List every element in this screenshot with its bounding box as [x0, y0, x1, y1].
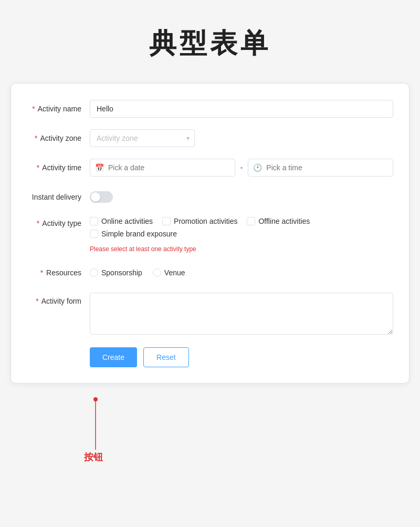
- activity-zone-control: Activity zone Zone 1 Zone 2 ▾: [90, 129, 393, 147]
- date-input[interactable]: [90, 159, 235, 177]
- datetime-row: 📅 - 🕐: [90, 159, 393, 177]
- radio-sponsorship-circle: [90, 268, 98, 277]
- activity-zone-select-wrapper: Activity zone Zone 1 Zone 2 ▾: [90, 129, 195, 147]
- checkbox-promotion-box: [162, 217, 171, 225]
- svg-point-9: [93, 397, 98, 401]
- radio-venue-circle: [153, 268, 161, 277]
- time-input-wrapper: 🕐: [248, 159, 393, 177]
- radio-sponsorship-label: Sponsorship: [101, 268, 142, 277]
- radio-group: Sponsorship Venue: [90, 268, 393, 277]
- activity-type-control: Online activities Promotion activities O…: [90, 217, 393, 253]
- activity-time-label: * Activity time: [27, 163, 90, 172]
- checkbox-brand-box: [90, 230, 98, 238]
- resources-row: * Resources Sponsorship Venue: [27, 263, 393, 282]
- reset-button[interactable]: Reset: [143, 347, 189, 367]
- required-star4: *: [37, 219, 39, 228]
- activity-type-row1: Online activities Promotion activities O…: [90, 217, 393, 225]
- instant-delivery-toggle[interactable]: [90, 191, 113, 203]
- activity-zone-select[interactable]: Activity zone Zone 1 Zone 2: [90, 129, 195, 147]
- activity-type-label: * Activity type: [27, 217, 90, 228]
- validation-message: Please select at least one activity type: [90, 245, 393, 253]
- date-time-separator: -: [240, 163, 243, 172]
- activity-name-row: * Activity name: [27, 99, 393, 118]
- activity-time-row: * Activity time 📅 - 🕐: [27, 158, 393, 177]
- activity-form-control: [90, 293, 393, 337]
- activity-name-control: [90, 100, 393, 118]
- resources-control: Sponsorship Venue: [90, 268, 393, 277]
- create-button[interactable]: Create: [90, 347, 137, 367]
- checkbox-promotion[interactable]: Promotion activities: [162, 217, 237, 225]
- checkbox-online-label: Online activities: [101, 217, 153, 225]
- activity-time-control: 📅 - 🕐: [90, 159, 393, 177]
- checkbox-promotion-label: Promotion activities: [174, 217, 237, 225]
- radio-venue[interactable]: Venue: [153, 268, 185, 277]
- required-star: *: [32, 105, 35, 113]
- checkbox-brand[interactable]: Simple brand exposure: [90, 230, 393, 238]
- clock-icon: 🕐: [253, 163, 262, 172]
- time-input[interactable]: [248, 159, 393, 177]
- activity-type-row2: Simple brand exposure: [90, 230, 393, 238]
- toggle-knob: [91, 192, 100, 202]
- required-star3: *: [37, 163, 39, 172]
- activity-type-row: * Activity type Online activities Promot…: [27, 217, 393, 253]
- date-input-wrapper: 📅: [90, 159, 235, 177]
- checkbox-online-box: [90, 217, 98, 225]
- activity-form-textarea[interactable]: [90, 293, 393, 335]
- resources-label: * Resources: [27, 268, 90, 277]
- annotation-button-tag: 按钮: [84, 451, 103, 463]
- button-row: Create Reset: [27, 347, 393, 367]
- required-star5: *: [40, 268, 43, 277]
- page-container: 典型表单 表单标签 提示 基础组件 校验 按钮 * Activity name: [0, 0, 420, 527]
- required-star2: *: [35, 134, 37, 142]
- activity-name-input[interactable]: [90, 100, 393, 118]
- instant-delivery-row: Instant delivery: [27, 188, 393, 206]
- checkbox-online[interactable]: Online activities: [90, 217, 153, 225]
- activity-type-rows: Online activities Promotion activities O…: [90, 217, 393, 253]
- activity-zone-label: * Activity zone: [27, 134, 90, 142]
- form-card: * Activity name * Activity zone Activity…: [10, 83, 410, 384]
- activity-form-label: * Activity form: [27, 293, 90, 305]
- checkbox-brand-label: Simple brand exposure: [101, 230, 177, 238]
- checkbox-offline-label: Offline activities: [258, 217, 310, 225]
- instant-delivery-control: [90, 191, 393, 203]
- calendar-icon: 📅: [95, 163, 104, 172]
- checkbox-offline[interactable]: Offline activities: [247, 217, 310, 225]
- activity-name-label: * Activity name: [27, 105, 90, 113]
- instant-delivery-label: Instant delivery: [27, 193, 90, 201]
- checkbox-offline-box: [247, 217, 255, 225]
- required-star6: *: [36, 297, 38, 305]
- radio-sponsorship[interactable]: Sponsorship: [90, 268, 142, 277]
- activity-zone-row: * Activity zone Activity zone Zone 1 Zon…: [27, 129, 393, 148]
- activity-form-row: * Activity form: [27, 293, 393, 337]
- radio-venue-label: Venue: [164, 268, 185, 277]
- page-title: 典型表单: [0, 0, 420, 83]
